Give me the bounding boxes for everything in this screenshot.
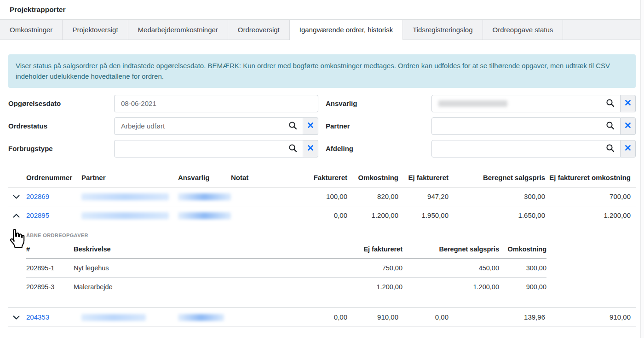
search-icon[interactable]: [288, 144, 297, 154]
search-icon[interactable]: [606, 99, 615, 109]
expanded-row: ÅBNE ORDREOPGAVER#BeskrivelseEj fakturer…: [8, 225, 636, 308]
order-link[interactable]: 202895: [26, 211, 49, 219]
value-cell: 1.200,00: [347, 206, 398, 225]
clear-icon: [308, 122, 313, 129]
ordrestatus-input[interactable]: Arbejde udført: [114, 117, 303, 135]
tab-ordreopgave-status[interactable]: Ordreopgave status: [483, 20, 564, 40]
expanded-cell: ÅBNE ORDREOPGAVER#BeskrivelseEj fakturer…: [8, 225, 636, 308]
order-task-row: 202895-3Malerarbejde1.200,001.200,00900,…: [26, 277, 546, 296]
task-value-cell: 750,00: [267, 258, 402, 277]
opg-relsesdato-value: 08-06-2021: [121, 99, 156, 107]
task-column-header: Beskrivelse: [74, 245, 267, 259]
redacted-partner: [81, 212, 169, 219]
value-cell: 1.200,00: [545, 206, 636, 225]
tab-omkostninger[interactable]: Omkostninger: [0, 20, 63, 40]
redacted-partner: [81, 314, 146, 321]
partner-cell: [81, 206, 178, 225]
task-value-cell: 300,00: [499, 258, 546, 277]
order-tasks-table: #BeskrivelseEj faktureretBeregnet salgsp…: [26, 245, 546, 297]
chevron-down-icon[interactable]: [13, 313, 20, 321]
order-number-cell: 204353: [26, 308, 81, 326]
value-cell: 910,00: [347, 308, 398, 326]
redacted-ansvarlig: [178, 314, 224, 321]
filter-row-opg-relsesdato: Opgørelsesdato08-06-2021: [8, 95, 318, 112]
chevron-down-icon[interactable]: [13, 192, 20, 200]
filter-group-opg-relsesdato: 08-06-2021: [114, 95, 318, 112]
clear-icon: [625, 100, 631, 107]
order-tasks-header-row: #BeskrivelseEj faktureretBeregnet salgsp…: [26, 245, 546, 259]
task-description-cell: Nyt legehus: [74, 258, 267, 277]
search-icon[interactable]: [288, 121, 297, 131]
partner-cell: [81, 187, 178, 206]
value-cell: 0,00: [272, 206, 347, 225]
info-banner: Viser status på salgsordrer på den indta…: [8, 54, 636, 88]
chevron-up-icon[interactable]: [13, 211, 20, 219]
order-link[interactable]: 204353: [26, 313, 49, 321]
filter-group-forbrugstype: [114, 140, 318, 157]
filter-row-afdeling: Afdeling: [326, 140, 636, 157]
tab-projektoversigt[interactable]: Projektoversigt: [63, 20, 128, 40]
filter-label-afdeling: Afdeling: [326, 145, 431, 152]
filter-label-ordrestatus: Ordrestatus: [8, 122, 114, 130]
filter-group-ordrestatus: Arbejde udført: [114, 117, 318, 135]
filter-column-left: Opgørelsesdato08-06-2021OrdrestatusArbej…: [8, 95, 318, 163]
column-header-Partner: Partner: [81, 174, 178, 187]
afdeling-input[interactable]: [431, 140, 621, 157]
ansvarlig-input[interactable]: [431, 95, 621, 112]
redacted-value: [438, 100, 507, 107]
clear-ansvarlig-button[interactable]: [621, 95, 636, 112]
search-icon[interactable]: [606, 121, 615, 131]
expander-cell: [8, 206, 26, 225]
filter-group-afdeling: [431, 140, 636, 157]
filter-row-ordrestatus: OrdrestatusArbejde udført: [8, 117, 318, 135]
filter-row-partner: Partner: [326, 117, 636, 135]
task-value-cell: 450,00: [402, 258, 499, 277]
value-cell: 0,00: [272, 308, 347, 326]
ordrestatus-value: Arbejde udført: [121, 122, 165, 130]
tab-ordreoversigt[interactable]: Ordreoversigt: [228, 20, 290, 40]
expander-cell: [8, 308, 26, 326]
order-number-cell: 202895: [26, 206, 81, 225]
value-cell: 1.650,00: [448, 206, 545, 225]
tab-tidsregistreringslog[interactable]: Tidsregistreringslog: [403, 20, 483, 40]
filter-column-right: AnsvarligPartnerAfdeling: [326, 95, 636, 163]
filter-group-ansvarlig: [431, 95, 636, 112]
page-title: Projektrapporter: [10, 6, 65, 14]
clear-forbrugstype-button[interactable]: [303, 140, 318, 157]
vertical-scrollbar[interactable]: [640, 0, 644, 338]
tab-igangv-rende-ordrer-historisk[interactable]: Igangværende ordrer, historisk: [290, 20, 403, 40]
redacted-partner: [81, 193, 169, 200]
filter-label-ansvarlig: Ansvarlig: [326, 99, 431, 107]
clear-icon: [625, 122, 631, 129]
value-cell: 0,00: [398, 308, 448, 326]
column-header-Beregnet salgspris: Beregnet salgspris: [448, 174, 545, 187]
open-order-tasks-block: ÅBNE ORDREOPGAVER#BeskrivelseEj fakturer…: [26, 233, 546, 297]
search-icon[interactable]: [606, 144, 615, 154]
task-number-cell: 202895-3: [26, 277, 74, 296]
clear-partner-button[interactable]: [621, 117, 636, 135]
partner-cell: [81, 308, 178, 326]
partner-input[interactable]: [431, 117, 621, 135]
redacted-ansvarlig: [178, 193, 231, 200]
order-task-row: 202895-1Nyt legehus750,00450,00300,00: [26, 258, 546, 277]
tab-medarbejderomkostninger[interactable]: Medarbejderomkostninger: [128, 20, 228, 40]
filter-label-partner: Partner: [326, 122, 431, 130]
clear-afdeling-button[interactable]: [621, 140, 636, 157]
order-number-cell: 202869: [26, 187, 81, 206]
value-cell: 1.950,00: [398, 206, 448, 225]
clear-ordrestatus-button[interactable]: [303, 117, 318, 135]
filter-row-forbrugstype: Forbrugstype: [8, 140, 318, 157]
filter-panel: Opgørelsesdato08-06-2021OrdrestatusArbej…: [8, 95, 636, 163]
column-header-Omkostning: Omkostning: [347, 174, 398, 187]
forbrugstype-input[interactable]: [114, 140, 303, 157]
order-link[interactable]: 202869: [26, 192, 49, 200]
table-row: 2028950,001.200,001.950,001.650,001.200,…: [8, 206, 636, 225]
opg-relsesdato-input[interactable]: 08-06-2021: [114, 95, 318, 112]
filter-label-opg-relsesdato: Opgørelsesdato: [8, 99, 114, 107]
table-row: 202869100,00820,00947,20300,00700,00: [8, 187, 636, 206]
task-value-cell: 1.200,00: [267, 277, 402, 296]
orders-header-row: OrdrenummerPartnerAnsvarligNotatFakturer…: [8, 174, 636, 187]
ansvarlig-cell: [178, 187, 231, 206]
column-header-Ordrenummer: Ordrenummer: [26, 174, 81, 187]
value-cell: 947,20: [398, 187, 448, 206]
